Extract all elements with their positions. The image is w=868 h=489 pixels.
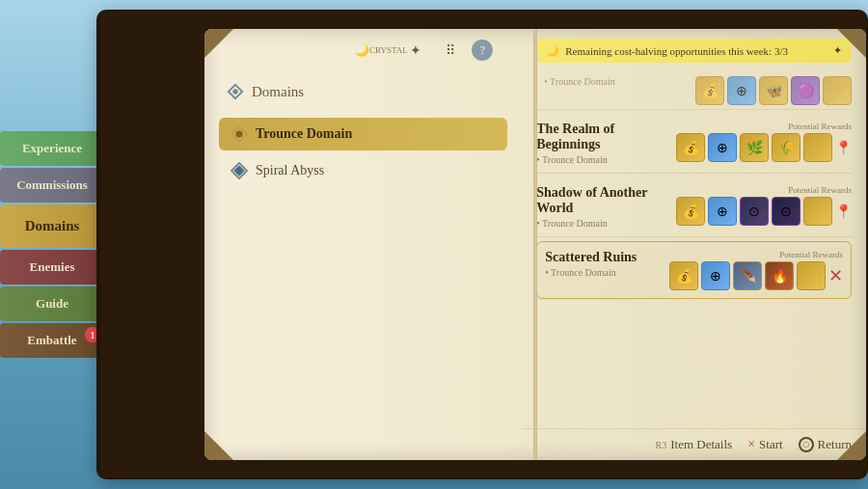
reward-icons-3: 💰 ⊕ 🪶 🔥 ✕	[669, 261, 843, 290]
domains-nav-label: Domains	[252, 84, 304, 100]
return-button[interactable]: ○ Return	[799, 437, 852, 452]
close-x-icon: ✕	[828, 265, 843, 286]
domain-realm-type: • Trounce Domain	[536, 154, 666, 165]
bottom-bar: R3 Item Details × Start ○ Return	[522, 428, 866, 460]
sidebar-item-guide[interactable]: Guide	[0, 286, 104, 321]
sidebar-item-commissions[interactable]: Commissions	[0, 168, 104, 203]
book: 🌙 CRYSTAL ✦ ⠿ ? Domains	[204, 29, 866, 460]
sidebar-item-embattle[interactable]: Embattle 1	[0, 323, 104, 358]
domains-icon	[227, 83, 244, 100]
reward-blue-3: ⊕	[708, 197, 737, 226]
reward-fire-1: 🔥	[765, 261, 794, 290]
domain-shadow-left: Shadow of Another World • Trounce Domain	[536, 185, 666, 229]
item-details-label: Item Details	[670, 437, 732, 452]
moon-notif-icon: 🌙	[546, 44, 559, 57]
domain-shadow-type: • Trounce Domain	[536, 218, 666, 229]
sidebar-label-enemies: Enemies	[30, 259, 75, 274]
reward-purple-2: ⊙	[740, 197, 769, 226]
start-key: ×	[747, 437, 755, 452]
domain-realm-name: The Realm of Beginnings	[536, 122, 666, 152]
reward-blue-2: ⊕	[708, 133, 737, 162]
left-page: 🌙 CRYSTAL ✦ ⠿ ? Domains	[204, 29, 522, 460]
reward-item-3: 🌾	[772, 133, 800, 162]
domain-realm-left: The Realm of Beginnings • Trounce Domain	[536, 122, 666, 165]
trounce-domain-label: Trounce Domain	[256, 126, 352, 142]
spiral-abyss-icon	[231, 162, 248, 179]
notification-text: Remaining cost-halving opportunities thi…	[565, 45, 788, 57]
reward-green-1: 🌿	[740, 133, 769, 162]
reward-wind-1: 🪶	[733, 261, 762, 290]
domain-ruins-name: Scattered Ruins	[545, 250, 660, 265]
sidebar-label-embattle: Embattle	[27, 333, 76, 347]
domain-ruins-right: Potential Rewards 💰 ⊕ 🪶 🔥 ✕	[669, 250, 843, 290]
domain-realm-right: Potential Rewards 💰 ⊕ 🌿 🌾 📍	[676, 122, 852, 162]
spiral-abyss-label: Spiral Abyss	[256, 163, 324, 178]
return-label: Return	[818, 437, 852, 452]
potential-label-3: Potential Rewards	[779, 250, 843, 259]
start-button[interactable]: × Start	[747, 437, 782, 452]
reward-item-1: 🦋	[759, 76, 788, 105]
domain-ruins-type: • Trounce Domain	[545, 267, 660, 278]
sidebar-item-domains[interactable]: Domains	[0, 204, 104, 248]
location-icon-1: 📍	[835, 140, 852, 156]
svg-point-1	[232, 89, 237, 94]
domain-ruins-left: Scattered Ruins • Trounce Domain	[545, 250, 660, 278]
reward-gold-1: 💰	[695, 76, 724, 105]
location-icon-2: 📍	[835, 204, 852, 220]
snowflake-icon[interactable]: ✦	[402, 37, 429, 64]
start-label: Start	[759, 437, 783, 452]
reward-blue-1: ⊕	[727, 76, 756, 105]
question-icon[interactable]: ?	[472, 40, 493, 61]
dots-icon[interactable]: ⠿	[437, 37, 464, 64]
sidebar-label-commissions: Commissions	[16, 177, 88, 192]
moon-icon: 🌙 CRYSTAL	[367, 37, 394, 64]
reward-purple-3: ⊙	[772, 197, 800, 226]
notification-banner: 🌙 Remaining cost-halving opportunities t…	[536, 39, 852, 63]
domain-scattered-ruins[interactable]: Scattered Ruins • Trounce Domain Potenti…	[536, 241, 852, 299]
sidebar-item-experience[interactable]: Experience	[0, 131, 104, 166]
reward-gold-4: 💰	[669, 261, 698, 290]
sidebar: Experience Commissions Domains Enemies G…	[0, 0, 104, 489]
nav-domains[interactable]: Domains	[219, 77, 507, 106]
sidebar-label-experience: Experience	[22, 141, 82, 155]
item-details-key: R3	[656, 440, 667, 450]
reward-item-6	[797, 261, 826, 290]
nav-spiral-abyss[interactable]: Spiral Abyss	[219, 154, 507, 187]
domain-shadow-name: Shadow of Another World	[536, 185, 666, 216]
nav-trounce-domain[interactable]: Trounce Domain	[219, 118, 507, 150]
trounce-domain-icon	[231, 125, 248, 143]
notif-snowflake: ✦	[833, 44, 842, 57]
domain-realm-of-beginnings[interactable]: The Realm of Beginnings • Trounce Domain…	[536, 114, 852, 174]
sidebar-item-enemies[interactable]: Enemies	[0, 250, 104, 285]
reward-icons-1: 💰 ⊕ 🌿 🌾 📍	[676, 133, 852, 162]
potential-label-2: Potential Rewards	[788, 185, 852, 195]
sidebar-label-guide: Guide	[36, 296, 68, 311]
svg-point-3	[235, 130, 242, 137]
potential-label-1: Potential Rewards	[788, 122, 852, 131]
reward-item-4	[803, 133, 832, 162]
domain-shadow[interactable]: Shadow of Another World • Trounce Domain…	[536, 177, 852, 237]
sidebar-label-domains: Domains	[25, 218, 80, 233]
reward-item-2	[823, 76, 852, 105]
reward-gold-3: 💰	[676, 197, 705, 226]
right-page: 🌙 Remaining cost-halving opportunities t…	[522, 29, 866, 460]
book-frame: 🌙 CRYSTAL ✦ ⠿ ? Domains	[100, 12, 866, 477]
reward-icons-2: 💰 ⊕ ⊙ ⊙ 📍	[676, 197, 852, 226]
reward-item-5	[803, 197, 832, 226]
reward-blue-4: ⊕	[701, 261, 730, 290]
reward-gold-2: 💰	[676, 133, 705, 162]
domain-shadow-right: Potential Rewards 💰 ⊕ ⊙ ⊙ 📍	[676, 185, 852, 226]
reward-purple-1: 🟣	[791, 76, 820, 105]
item-details-button[interactable]: R3 Item Details	[656, 437, 733, 452]
return-key: ○	[799, 437, 814, 452]
